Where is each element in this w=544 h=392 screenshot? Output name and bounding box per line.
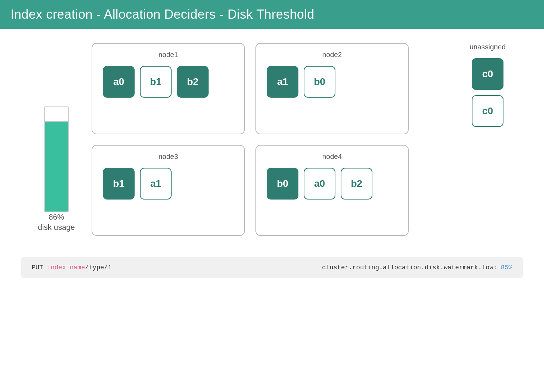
disk-bar-fill [45,122,68,212]
command-put-section: PUT index_name/type/1 [32,264,112,271]
shard-b1-primary-node3: b1 [103,168,135,200]
unassigned-section: unassigned c0 c0 [452,43,523,127]
node2-box: node2 a1 b0 [255,43,409,134]
disk-usage-section: 86% disk usage [21,43,92,236]
node4-title: node4 [267,153,397,161]
node1-shards: a0 b1 b2 [103,66,234,98]
shard-b0-primary-node4: b0 [267,168,298,200]
disk-bar-container: 86% disk usage [38,106,75,236]
command-setting-label: cluster.routing.allocation.disk.watermar… [322,264,501,271]
shard-b0-replica: b0 [304,66,335,98]
node1-title: node1 [103,51,234,59]
command-put-label: PUT [32,264,47,271]
shard-a1-primary: a1 [267,66,298,98]
disk-bar [44,106,69,212]
nodes-grid: node1 a0 b1 b2 node2 [92,43,409,236]
command-bar: PUT index_name/type/1 cluster.routing.al… [21,257,523,278]
node1-box: node1 a0 b1 b2 [92,43,245,134]
node3-title: node3 [103,153,234,161]
node3-box: node3 b1 a1 [92,145,245,236]
node3-shards: b1 a1 [103,168,234,200]
node2-shards: a1 b0 [267,66,397,98]
shard-a0-primary: a0 [103,66,135,98]
command-index-name: index_name [47,264,85,271]
page-title: Index creation - Allocation Deciders - D… [11,7,533,22]
disk-usage-label: 86% disk usage [38,212,75,232]
command-setting-value: 85% [501,264,512,271]
shard-b2-replica-node4: b2 [341,168,372,200]
command-path: /type/1 [85,264,112,271]
shard-b2-primary: b2 [177,66,209,98]
command-setting-section: cluster.routing.allocation.disk.watermar… [322,264,512,271]
disk-bar-empty [45,107,68,122]
shard-b1-replica: b1 [140,66,172,98]
node4-shards: b0 a0 b2 [267,168,397,200]
shard-a1-replica-node3: a1 [140,168,172,200]
unassigned-label: unassigned [470,43,506,51]
unassigned-shards: c0 c0 [472,58,503,127]
main-content: 86% disk usage node1 a0 b1 b2 [0,29,544,392]
diagram-area: 86% disk usage node1 a0 b1 b2 [21,43,523,236]
page-header: Index creation - Allocation Deciders - D… [0,0,544,29]
shard-c0-replica-unassigned: c0 [472,95,503,127]
node4-box: node4 b0 a0 b2 [255,145,409,236]
node2-title: node2 [267,51,397,59]
shard-a0-replica-node4: a0 [304,168,335,200]
shard-c0-primary-unassigned: c0 [472,58,503,90]
